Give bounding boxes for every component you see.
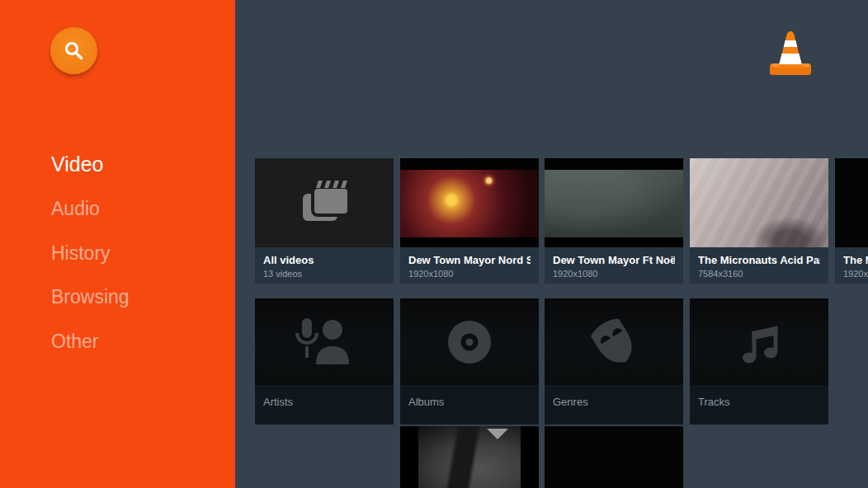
sidebar-item-other[interactable]: Other: [51, 331, 99, 353]
card-subtitle: 1920x1080: [408, 268, 531, 280]
card-label: The Micronauts Acid Party [O..7584x3160: [690, 247, 828, 284]
card-label: All videos13 videos: [255, 247, 394, 284]
card-subtitle: 1920x1: [843, 268, 868, 280]
card-label: Artists: [255, 385, 394, 425]
card-label: Dew Town Mayor Ft Noël Ras..1920x1080: [545, 247, 683, 284]
media-card-audio-categories-0[interactable]: Artists: [255, 298, 394, 425]
media-card-videos-2[interactable]: Dew Town Mayor Ft Noël Ras..1920x1080: [545, 158, 683, 284]
bunny-cartoon-still: [255, 426, 394, 488]
media-card-videos-0[interactable]: All videos13 videos: [255, 158, 394, 284]
eye-closeup-still: [690, 158, 828, 247]
media-card-media-thumbnails-1[interactable]: [400, 426, 539, 488]
card-label: Albums: [400, 385, 539, 425]
search-icon: [63, 40, 85, 62]
sidebar-item-video[interactable]: Video: [51, 152, 104, 176]
video-frame: [545, 170, 683, 237]
media-card-audio-categories-1[interactable]: Albums: [400, 298, 539, 425]
card-title: Genres: [553, 395, 675, 409]
card-subtitle: 13 videos: [263, 268, 385, 280]
genre-mask-icon: [545, 298, 683, 385]
artist-mic-icon: [255, 298, 394, 385]
card-title: The Micronauts Acid Party [O..: [698, 253, 820, 267]
card-title: The M: [843, 253, 868, 267]
black-still: [545, 426, 683, 488]
card-label: Dew Town Mayor Nord Strea..1920x1080: [400, 247, 539, 284]
media-card-media-thumbnails-0[interactable]: [255, 426, 394, 488]
dark-ocean-still: [545, 158, 683, 247]
sidebar-item-audio[interactable]: Audio: [51, 198, 100, 220]
flare-performer-still: [400, 158, 539, 247]
track-note-icon: [690, 298, 828, 385]
media-card-videos-4[interactable]: The M1920x1: [835, 158, 868, 284]
media-card-audio-categories-3[interactable]: Tracks: [690, 298, 828, 425]
media-card-videos-3[interactable]: The Micronauts Acid Party [O..7584x3160: [690, 158, 828, 284]
card-title: Dew Town Mayor Nord Strea..: [408, 253, 531, 267]
card-title: All videos: [263, 253, 385, 267]
media-card-media-thumbnails-2[interactable]: [545, 426, 683, 488]
search-button[interactable]: [50, 27, 97, 74]
vlc-cone-logo: [766, 30, 815, 76]
card-title: Albums: [408, 395, 531, 409]
card-label: Tracks: [690, 385, 828, 425]
black-still: [835, 158, 868, 247]
card-title: Artists: [263, 395, 385, 409]
sidebar-item-browsing[interactable]: Browsing: [51, 286, 130, 308]
sidebar-item-history[interactable]: History: [51, 242, 111, 265]
monolith-still: [400, 426, 539, 488]
card-label: Genres: [545, 385, 683, 425]
sidebar: Video Audio History Browsing Other: [0, 0, 235, 488]
media-card-videos-1[interactable]: Dew Town Mayor Nord Strea..1920x1080: [400, 158, 539, 284]
video-frame: [400, 170, 539, 237]
card-subtitle: 1920x1080: [553, 268, 675, 280]
media-card-audio-categories-2[interactable]: Genres: [545, 298, 683, 425]
card-label: The M1920x1: [835, 247, 868, 284]
video-collection-icon: [255, 158, 394, 247]
card-title: Tracks: [698, 395, 820, 409]
card-title: Dew Town Mayor Ft Noël Ras..: [553, 253, 675, 267]
card-subtitle: 7584x3160: [698, 268, 820, 280]
album-disc-icon: [400, 298, 539, 385]
